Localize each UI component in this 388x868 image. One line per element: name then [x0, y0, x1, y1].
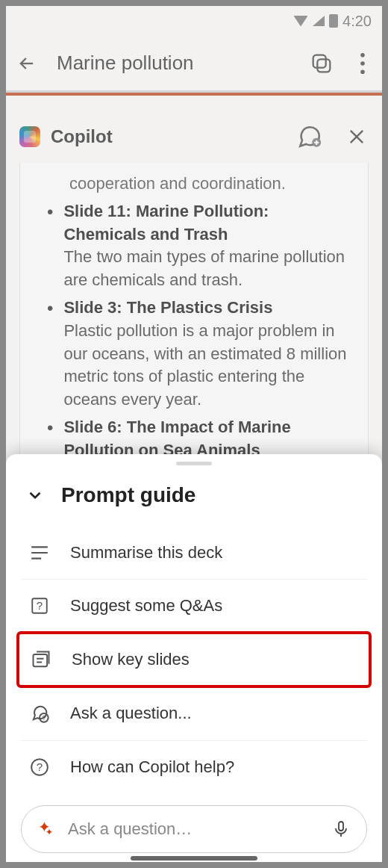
copilot-title: Copilot [51, 126, 287, 147]
sparkle-icon [38, 821, 54, 837]
slide-item: Slide 11: Marine Pollution: Chemicals an… [40, 196, 348, 292]
option-label: Summarise this deck [70, 543, 222, 562]
truncated-line: cooperation and coordination. [40, 172, 348, 196]
more-icon[interactable] [354, 53, 372, 74]
svg-point-3 [360, 61, 365, 66]
sheet-header[interactable]: Prompt guide [6, 470, 382, 527]
option-ask-question[interactable]: ? Ask a question... [21, 686, 367, 741]
svg-text:?: ? [37, 599, 43, 612]
copilot-logo-icon [19, 126, 40, 147]
slide-desc: The two main types of marine pollution a… [63, 246, 348, 292]
svg-rect-13 [339, 822, 343, 831]
app-header: Marine pollution [6, 36, 382, 93]
new-chat-icon[interactable] [297, 124, 322, 149]
option-qas[interactable]: ? Suggest some Q&As [21, 580, 367, 633]
copilot-header-icon[interactable] [309, 51, 334, 76]
svg-point-4 [360, 69, 365, 74]
chevron-down-icon [25, 486, 45, 505]
back-icon[interactable] [16, 53, 37, 74]
gesture-bar [131, 856, 257, 861]
summarise-icon [28, 545, 51, 561]
mic-icon[interactable] [332, 819, 350, 840]
svg-text:?: ? [42, 714, 46, 722]
slide-item: Slide 3: The Plastics Crisis Plastic pol… [40, 292, 348, 412]
slide-title: Slide 3: The Plastics Crisis [63, 297, 348, 320]
svg-point-2 [360, 53, 365, 58]
qa-icon: ? [28, 596, 51, 616]
accent-divider [6, 93, 382, 96]
svg-rect-1 [317, 59, 330, 72]
document-title: Marine pollution [57, 52, 290, 75]
battery-icon [329, 14, 338, 28]
prompt-input[interactable]: Ask a question… [21, 805, 367, 853]
option-help[interactable]: ? How can Copilot help? [21, 741, 367, 793]
key-slides-icon [30, 649, 52, 670]
option-label: Ask a question... [70, 704, 192, 723]
chat-icon: ? [28, 703, 51, 724]
prompt-placeholder: Ask a question… [68, 819, 319, 839]
copilot-panel-header: Copilot [6, 117, 382, 163]
status-bar: 4:20 [6, 6, 382, 36]
svg-text:?: ? [37, 760, 43, 773]
svg-rect-0 [313, 55, 326, 67]
close-icon[interactable] [346, 126, 367, 147]
option-summarise[interactable]: Summarise this deck [21, 527, 367, 580]
slide-desc: Plastic pollution is a major problem in … [63, 320, 348, 412]
wifi-icon [293, 16, 308, 27]
sheet-grabber[interactable] [176, 462, 212, 465]
clock: 4:20 [342, 13, 372, 30]
help-icon: ? [28, 757, 51, 777]
option-label: Suggest some Q&As [70, 596, 222, 616]
slide-title: Slide 11: Marine Pollution: Chemicals an… [63, 200, 348, 247]
prompt-guide-sheet: Prompt guide Summarise this deck ? Sugge… [6, 454, 382, 862]
option-label: Show key slides [72, 650, 190, 669]
option-key-slides[interactable]: Show key slides [16, 631, 372, 688]
signal-icon [313, 16, 325, 26]
svg-rect-8 [34, 654, 48, 666]
sheet-title: Prompt guide [61, 483, 195, 507]
copilot-response: cooperation and coordination. Slide 11: … [19, 163, 369, 477]
option-label: How can Copilot help? [70, 757, 234, 777]
